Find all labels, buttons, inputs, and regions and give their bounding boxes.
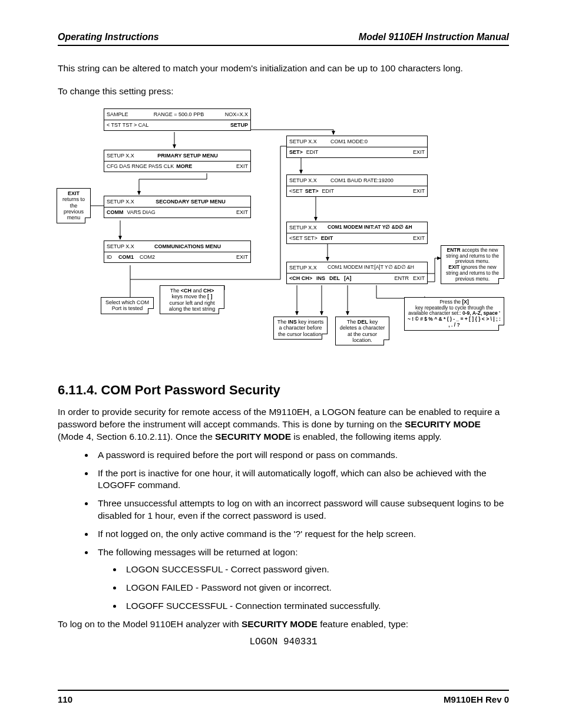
note-ch-keys: The <CH and CH> keys move the [ ] cursor… [160,285,224,314]
header-right: Model 9110EH Instruction Manual [359,32,509,42]
bullet-list: A password is required before the port w… [58,449,509,612]
list-item: LOGOFF SUCCESSFUL - Connection terminate… [123,600,509,612]
list-item: LOGON SUCCESSFUL - Correct password give… [123,564,509,576]
list-item: If not logged on, the only active comman… [94,528,509,541]
footer-rev: M9110EH Rev 0 [444,694,509,704]
header-left: Operating Instructions [58,32,159,42]
screen-com1-mode: SETUP X.X COM1 MODE:0 SET> EDIT EXIT [286,136,428,158]
list-item: A password is required before the port w… [94,449,509,462]
note-entr-exit: ENTR accepts the new string and returns … [441,245,504,285]
screen-com1-modem-init: SETUP X.X COM1 MODEM INIT:AT Y∅ &D∅ &H <… [286,222,428,244]
section-heading: 6.11.4. COM Port Password Security [58,383,509,398]
list-item: If the port is inactive for one hour, it… [94,467,509,492]
note-ins-key: The INS key inserts a character before t… [273,317,328,340]
footer-page-number: 110 [58,694,72,704]
menu-flow-diagram: SAMPLE RANGE = 500.0 PPB NOX=X.X < TST T… [51,108,504,365]
logon-command: LOGON 940331 [58,637,509,647]
note-del-key: The DEL key deletes a character at the c… [335,317,389,345]
note-charset: Press the [X] key repeatedly to cycle th… [404,297,504,331]
list-item: Three unsuccessful attempts to log on wi… [94,498,509,522]
screen-com1-baud: SETUP X.X COM1 BAUD RATE:19200 <SET SET>… [286,174,428,197]
screen-secondary-menu: SETUP X.X SECONDARY SETUP MENU COMM VARS… [104,196,251,218]
screen-sample: SAMPLE RANGE = 500.0 PPB NOX=X.X < TST T… [104,108,251,131]
intro-paragraph-2: To change this setting press: [58,85,509,98]
section-intro: In order to provide security for remote … [58,406,509,443]
screen-primary-menu: SETUP X.X PRIMARY SETUP MENU CFG DAS RNG… [104,150,251,172]
logon-instruction: To log on to the Model 9110EH analyzer w… [58,618,509,631]
list-item: LOGON FAILED - Password not given or inc… [123,582,509,594]
list-item: The following messages will be returned … [94,546,509,612]
screen-comms-menu: SETUP X.X COMMUNICATIONS MENU ID COM1 CO… [104,241,251,263]
screen-com1-modem-edit: SETUP X.X COM1 MODEM INIT:[A]T Y∅ &D∅ &H… [286,262,428,284]
intro-paragraph-1: This string can be altered to match your… [58,62,509,75]
note-exit: EXIT returns to the previous menu [57,188,91,223]
note-select-com: Select which COM Port is tested [101,297,154,314]
